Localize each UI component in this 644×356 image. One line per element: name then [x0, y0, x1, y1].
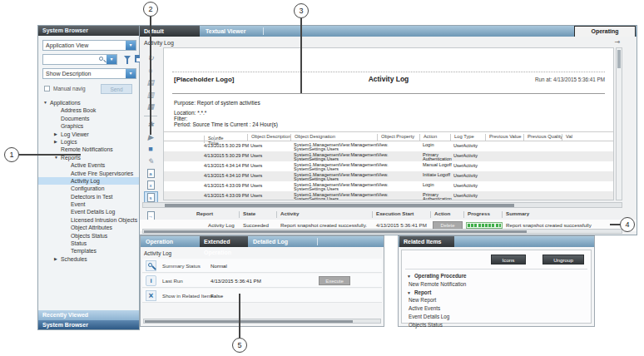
- tree-item[interactable]: Address Book: [38, 106, 139, 114]
- tree-item[interactable]: ▶Log Viewer: [38, 131, 139, 138]
- expander-icon[interactable]: ▶: [54, 138, 61, 146]
- tree-item[interactable]: Activity Log: [38, 177, 139, 185]
- related-item[interactable]: Active Events: [407, 304, 587, 313]
- tree-item-label: Active Fire Supervisories: [71, 171, 133, 176]
- tab-operation[interactable]: Operation: [141, 236, 199, 247]
- pin-icon[interactable]: ⊸: [614, 38, 620, 46]
- view-selector[interactable]: Application View ▾: [42, 40, 136, 51]
- tree-item[interactable]: Event Details Log: [38, 208, 139, 215]
- tree-item[interactable]: Active Events: [38, 161, 139, 169]
- tree-item[interactable]: Templates: [38, 247, 139, 255]
- info-icon: i: [146, 275, 156, 286]
- scrollbar-thumb[interactable]: [617, 50, 621, 68]
- cell-source-time: 4/13/2015 4:34:10 PM: [201, 173, 249, 178]
- tree-item[interactable]: Event: [38, 200, 139, 208]
- pdf-export-icon[interactable]: a: [145, 168, 157, 178]
- tree-item[interactable]: Active Fire Supervisories: [38, 170, 139, 177]
- execute-button[interactable]: Execute: [319, 276, 350, 285]
- related-item[interactable]: ▼Report: [407, 289, 587, 297]
- column-object-designation[interactable]: Object Designation: [290, 134, 335, 141]
- x-icon: ×: [146, 290, 156, 301]
- related-item[interactable]: New Report: [407, 296, 587, 304]
- tree-item-label: Remote Notifications: [61, 146, 113, 152]
- report-table-header: Source Time▼ Object Description Object D…: [164, 131, 613, 141]
- cell-source-time: 4/13/2015 4:33:09 PM: [201, 193, 249, 198]
- excel-export-icon[interactable]: x: [145, 180, 157, 190]
- progress-bar: [466, 222, 503, 229]
- report-period: Period: Source Time is Current : 24 Hour…: [174, 121, 278, 127]
- tab-operating[interactable]: Operating: [574, 26, 636, 37]
- tree-item[interactable]: Configuration: [38, 185, 139, 192]
- report-horizontal-scrollbar[interactable]: [142, 202, 622, 208]
- cell-log-type: UserActivity: [450, 143, 478, 148]
- tab-default[interactable]: Default: [140, 26, 200, 37]
- execution-horizontal-scrollbar[interactable]: [142, 229, 622, 234]
- column-previous-quality[interactable]: Previous Quality: [523, 134, 562, 141]
- tree-item[interactable]: Graphics: [38, 122, 139, 130]
- snapshot-icon[interactable]: s: [145, 192, 157, 202]
- operation-horizontal-scrollbar[interactable]: [143, 319, 381, 324]
- tree-item[interactable]: Object Attributes: [38, 224, 139, 231]
- column-source-time[interactable]: Source Time▼: [201, 134, 204, 141]
- tree-item[interactable]: Documents: [38, 115, 139, 122]
- tree-item[interactable]: Licensed Intrusion Objects: [38, 216, 139, 224]
- edit-icon[interactable]: ✎: [145, 156, 157, 166]
- expander-icon[interactable]: ▶: [54, 255, 61, 263]
- column-val[interactable]: Val: [562, 134, 572, 141]
- tree-item[interactable]: ▶Logics: [38, 138, 139, 146]
- tree-item[interactable]: ▼Applications: [38, 99, 139, 106]
- table-row: 4/13/2015 5:30:29 PM Users System1.Manag…: [164, 141, 613, 151]
- ungroup-button[interactable]: Ungroup: [542, 255, 584, 265]
- chevron-down-icon[interactable]: ▾: [126, 69, 136, 78]
- chevron-down-icon[interactable]: ▾: [107, 55, 116, 64]
- tree-item[interactable]: Detectors in Test: [38, 193, 139, 200]
- send-button[interactable]: Send: [101, 84, 132, 94]
- column-action[interactable]: Action: [419, 134, 437, 141]
- exec-column-state: State: [243, 210, 255, 216]
- scrollbar-thumb[interactable]: [144, 230, 527, 233]
- operation-row-value: 4/13/2015 5:36:41 PM: [211, 278, 261, 284]
- filter-icon[interactable]: [124, 56, 131, 60]
- expander-icon[interactable]: ▼: [407, 274, 411, 279]
- tab-detailed-log[interactable]: Detailed Log: [249, 236, 290, 247]
- manual-nav-checkbox[interactable]: [44, 86, 50, 91]
- search-input[interactable]: ▾: [42, 54, 117, 65]
- scrollbar-thumb[interactable]: [145, 320, 353, 323]
- tree-item[interactable]: Objects Status: [38, 232, 139, 240]
- tab-extended-operation[interactable]: Extended Operation: [200, 236, 248, 247]
- expander-icon[interactable]: ▶: [54, 131, 61, 138]
- description-selector[interactable]: Show Description ▾: [42, 68, 136, 79]
- tree-item-label: Documents: [61, 116, 89, 121]
- callout-line: [150, 17, 151, 135]
- icons-button[interactable]: Icons: [491, 255, 526, 265]
- tree-item[interactable]: ▶Schedules: [38, 255, 139, 263]
- callout-4-number: 4: [625, 220, 629, 229]
- column-object-property[interactable]: Object Property: [377, 134, 414, 141]
- tab-textual-viewer[interactable]: Textual Viewer: [201, 26, 261, 37]
- report-vertical-scrollbar[interactable]: [616, 47, 622, 200]
- tree-item-label: Object Attributes: [71, 225, 112, 230]
- scrollbar-thumb[interactable]: [165, 204, 514, 207]
- tab-related-items[interactable]: Related Items: [399, 236, 454, 247]
- related-item[interactable]: ▼Operating Procedure: [407, 272, 587, 280]
- related-item[interactable]: New Remote Notification: [407, 280, 587, 289]
- table-row: 4/13/2015 4:34:10 PM Users System1.Manag…: [164, 171, 613, 181]
- tree-item-label: Event: [71, 201, 85, 207]
- tree-item[interactable]: Remote Notifications: [38, 146, 139, 153]
- recently-viewed-bar[interactable]: Recently Viewed: [38, 310, 139, 320]
- system-browser-bar[interactable]: System Browser: [38, 320, 139, 330]
- column-object-description[interactable]: Object Description: [247, 134, 290, 141]
- expander-icon[interactable]: ▼: [43, 99, 50, 106]
- cell-source-time: 4/13/2015 4:34:14 PM: [201, 163, 249, 168]
- related-item[interactable]: Objects Status: [407, 321, 587, 329]
- related-item[interactable]: Event Details Log: [407, 313, 587, 321]
- tree-item[interactable]: Status: [38, 240, 139, 247]
- breadcrumb: Activity Log: [144, 40, 174, 46]
- tree-item-label: Schedules: [61, 256, 87, 262]
- column-log-type[interactable]: Log Type: [450, 134, 474, 141]
- column-previous-value[interactable]: Previous Value: [485, 134, 522, 141]
- chevron-down-icon[interactable]: ▾: [126, 41, 136, 50]
- stop-icon[interactable]: ■: [145, 144, 157, 154]
- exec-state: Succeeded: [243, 222, 269, 228]
- expander-icon[interactable]: ▼: [407, 290, 411, 295]
